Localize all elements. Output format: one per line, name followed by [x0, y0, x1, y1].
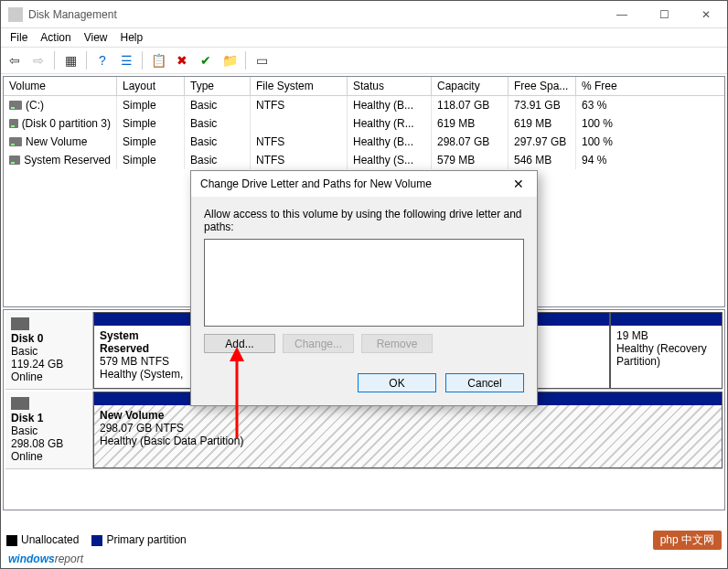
disk-kind: Basic: [11, 345, 37, 358]
disk-label: Disk 1: [11, 412, 43, 424]
change-drive-letter-dialog: Change Drive Letter and Paths for New Vo…: [190, 170, 538, 406]
drive-icon: [9, 156, 20, 165]
back-icon[interactable]: ⇦: [5, 50, 25, 70]
close-button[interactable]: ✕: [685, 1, 727, 28]
change-button: Change...: [283, 334, 354, 353]
disk-state: Online: [11, 370, 43, 383]
dialog-title: Change Drive Letter and Paths for New Vo…: [200, 177, 509, 190]
folder-icon[interactable]: 📁: [219, 50, 240, 70]
volume-row[interactable]: (C:) Simple Basic NTFS Healthy (B... 118…: [4, 96, 724, 114]
watermark-windowsreport: windowsreport: [8, 550, 83, 566]
col-volume[interactable]: Volume: [4, 77, 117, 95]
add-button[interactable]: Add...: [204, 334, 275, 353]
window-title: Disk Management: [28, 8, 601, 21]
view-icon[interactable]: ▭: [252, 50, 272, 70]
disk-size: 119.24 GB: [11, 358, 63, 370]
forward-icon[interactable]: ⇨: [28, 50, 48, 70]
volume-row[interactable]: New Volume Simple Basic NTFS Healthy (B.…: [4, 133, 724, 151]
details-icon[interactable]: ▦: [60, 50, 80, 70]
help-icon[interactable]: ?: [92, 50, 112, 70]
delete-icon[interactable]: ✖: [172, 50, 192, 70]
dialog-instruction: Allow access to this volume by using the…: [204, 208, 524, 233]
partition[interactable]: System Reserved 579 MB NTFS Healthy (Sys…: [93, 312, 194, 389]
ok-button[interactable]: OK: [358, 373, 436, 392]
properties-icon[interactable]: 📋: [148, 50, 168, 70]
volume-row[interactable]: System Reserved Simple Basic NTFS Health…: [4, 151, 724, 169]
col-free[interactable]: Free Spa...: [509, 77, 576, 95]
col-status[interactable]: Status: [348, 77, 432, 95]
app-icon: [8, 7, 23, 22]
disk-icon: [11, 317, 29, 330]
drive-icon: [9, 137, 22, 146]
partition[interactable]: 19 MB Healthy (Recovery Partition): [610, 312, 723, 389]
menu-view[interactable]: View: [79, 29, 113, 46]
menu-help[interactable]: Help: [115, 29, 149, 46]
disk-size: 298.08 GB: [11, 437, 63, 450]
drive-icon: [9, 101, 22, 110]
menu-action[interactable]: Action: [35, 29, 76, 46]
cancel-button[interactable]: Cancel: [445, 373, 524, 392]
dialog-close-icon[interactable]: ✕: [509, 177, 528, 191]
col-cap[interactable]: Capacity: [432, 77, 509, 95]
volume-row[interactable]: (Disk 0 partition 3) Simple Basic Health…: [4, 114, 724, 133]
list-icon[interactable]: ☰: [116, 50, 136, 70]
disk-icon: [11, 397, 29, 410]
disk-state: Online: [11, 450, 43, 463]
maximize-button[interactable]: ☐: [643, 1, 685, 28]
col-pct[interactable]: % Free: [576, 77, 713, 95]
check-icon[interactable]: ✔: [196, 50, 216, 70]
remove-button: Remove: [361, 334, 433, 353]
toolbar: ⇦ ⇨ ▦ ? ☰ 📋 ✖ ✔ 📁 ▭: [1, 47, 727, 74]
paths-listbox[interactable]: [204, 239, 524, 327]
watermark-phpcn: php 中文网: [653, 531, 722, 550]
col-layout[interactable]: Layout: [117, 77, 185, 95]
drive-icon: [9, 119, 18, 128]
disk-label: Disk 0: [11, 332, 43, 345]
menu-file[interactable]: File: [5, 29, 33, 46]
disk-kind: Basic: [11, 424, 37, 437]
menubar: File Action View Help: [1, 28, 727, 47]
col-type[interactable]: Type: [185, 77, 251, 95]
legend: Unallocated Primary partition: [6, 533, 187, 546]
col-fs[interactable]: File System: [251, 77, 348, 95]
minimize-button[interactable]: —: [601, 1, 643, 28]
